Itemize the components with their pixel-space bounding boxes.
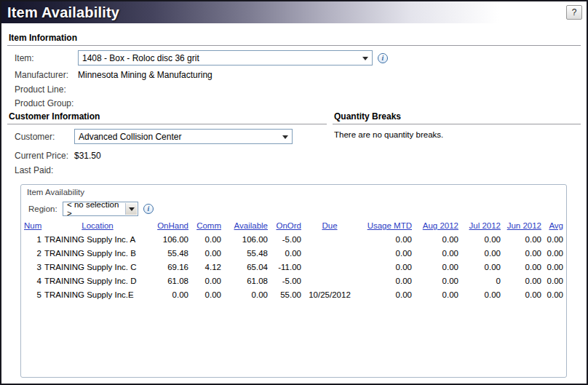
customer-information-column: Customer Information Customer: Advanced … bbox=[1, 111, 327, 176]
availability-table: NumLocationOnHandCommAvailableOnOrdDueUs… bbox=[23, 219, 565, 301]
cell-onord: 0.00 bbox=[269, 246, 303, 260]
cell-usage-mtd: 0.00 bbox=[357, 232, 413, 246]
cell-due bbox=[303, 260, 357, 274]
col-header-usage-mtd[interactable]: Usage MTD bbox=[357, 219, 413, 232]
cell-num: 4 bbox=[23, 274, 43, 287]
customer-dropdown-value: Advanced Collision Center bbox=[79, 132, 181, 142]
item-information-title: Item Information bbox=[9, 33, 77, 43]
region-label: Region: bbox=[28, 205, 63, 213]
item-information-header: Item Information bbox=[7, 33, 581, 46]
col-header-onhand[interactable]: OnHand bbox=[152, 219, 190, 232]
cell-due bbox=[303, 274, 357, 287]
cell-onhand: 106.00 bbox=[152, 232, 190, 246]
col-header-jul-2012[interactable]: Jul 2012 bbox=[460, 219, 502, 232]
region-row: Region: < no selection > bbox=[28, 202, 566, 216]
item-row: Item: 1408 - Box - Roloc disc 36 grit bbox=[15, 50, 587, 66]
last-paid-row: Last Paid: bbox=[15, 164, 327, 176]
product-line-label: Product Line: bbox=[15, 84, 78, 95]
product-group-row: Product Group: bbox=[15, 98, 587, 109]
cell-comm: 0.00 bbox=[190, 232, 223, 246]
cell-num: 5 bbox=[23, 287, 43, 301]
cell-available: 0.00 bbox=[223, 287, 269, 301]
product-group-label: Product Group: bbox=[15, 98, 78, 108]
quantity-breaks-message: There are no quantity breaks. bbox=[334, 130, 587, 139]
cell-location: TRAINING Supply Inc. C bbox=[43, 260, 152, 274]
cell-location: TRAINING Supply Inc. B bbox=[43, 246, 152, 260]
chevron-down-icon bbox=[129, 207, 135, 211]
cell-available: 65.04 bbox=[223, 260, 269, 274]
cell-aug-2012: 0.00 bbox=[413, 246, 460, 260]
cell-aug-2012: 0.00 bbox=[413, 260, 460, 274]
cell-location: TRAINING Supply Inc. D bbox=[43, 274, 152, 287]
manufacturer-value: Minnesota Mining & Manufacturing bbox=[78, 70, 212, 80]
cell-location: TRAINING Supply Inc. A bbox=[43, 232, 152, 246]
cell-jul-2012: 0 bbox=[460, 274, 502, 287]
cell-jun-2012: 0.00 bbox=[502, 274, 543, 287]
cell-comm: 0.00 bbox=[190, 287, 223, 301]
col-header-comm[interactable]: Comm bbox=[190, 219, 223, 232]
current-price-label: Current Price: bbox=[15, 151, 74, 161]
cell-aug-2012: 0.00 bbox=[413, 287, 460, 301]
item-label: Item: bbox=[15, 53, 78, 63]
last-paid-label: Last Paid: bbox=[15, 165, 74, 175]
col-header-num[interactable]: Num bbox=[23, 219, 43, 232]
col-header-available[interactable]: Available bbox=[223, 219, 269, 232]
cell-available: 55.48 bbox=[223, 246, 269, 260]
region-info-icon[interactable] bbox=[143, 204, 154, 214]
item-availability-window: Item Availability ? Item Information Ite… bbox=[0, 0, 588, 385]
cell-jun-2012: 0.00 bbox=[502, 287, 543, 301]
customer-dropdown[interactable]: Advanced Collision Center bbox=[74, 129, 293, 144]
cell-comm: 0.00 bbox=[190, 274, 223, 287]
table-row: 4TRAINING Supply Inc. D61.080.0061.08-5.… bbox=[23, 274, 565, 287]
manufacturer-row: Manufacturer: Minnesota Mining & Manufac… bbox=[15, 69, 587, 81]
cell-aug-2012: 0.00 bbox=[413, 232, 460, 246]
cell-due bbox=[303, 232, 357, 246]
product-line-row: Product Line: bbox=[15, 84, 587, 95]
cell-comm: 0.00 bbox=[190, 246, 223, 260]
help-button[interactable]: ? bbox=[566, 5, 582, 20]
cell-due bbox=[303, 246, 357, 260]
item-dropdown-value: 1408 - Box - Roloc disc 36 grit bbox=[82, 53, 199, 63]
col-header-aug-2012[interactable]: Aug 2012 bbox=[413, 219, 460, 232]
item-info-icon[interactable] bbox=[378, 53, 388, 63]
cell-due: 10/25/2012 bbox=[303, 287, 357, 301]
customer-row: Customer: Advanced Collision Center bbox=[15, 129, 327, 144]
col-header-avg[interactable]: Avg bbox=[543, 219, 565, 232]
quantity-breaks-column: Quantity Breaks There are no quantity br… bbox=[327, 111, 587, 176]
chevron-down-icon bbox=[282, 135, 288, 139]
cell-num: 1 bbox=[23, 232, 43, 246]
quantity-breaks-title: Quantity Breaks bbox=[334, 111, 401, 122]
customer-information-title: Customer Information bbox=[9, 111, 100, 122]
region-dropdown[interactable]: < no selection > bbox=[63, 202, 138, 216]
table-header-row: NumLocationOnHandCommAvailableOnOrdDueUs… bbox=[23, 219, 565, 232]
cell-onord: -5.00 bbox=[269, 274, 303, 287]
quantity-breaks-header: Quantity Breaks bbox=[333, 111, 581, 124]
dropdown-button[interactable] bbox=[125, 203, 137, 215]
cell-onhand: 0.00 bbox=[152, 287, 190, 301]
table-row: 3TRAINING Supply Inc. C69.164.1265.04-11… bbox=[23, 260, 565, 274]
region-dropdown-value: < no selection > bbox=[67, 200, 123, 218]
cell-avg: 0.00 bbox=[543, 287, 565, 301]
cell-aug-2012: 0.00 bbox=[413, 274, 460, 287]
cell-avg: 0.00 bbox=[543, 260, 565, 274]
customer-label: Customer: bbox=[15, 132, 74, 142]
cell-usage-mtd: 0.00 bbox=[357, 274, 413, 287]
cell-usage-mtd: 0.00 bbox=[357, 260, 413, 274]
cell-available: 61.08 bbox=[223, 274, 269, 287]
item-dropdown[interactable]: 1408 - Box - Roloc disc 36 grit bbox=[78, 50, 373, 66]
item-availability-group: Item Availability Region: < no selection… bbox=[20, 184, 567, 378]
cell-onord: 55.00 bbox=[269, 287, 303, 301]
cell-jul-2012: 0.00 bbox=[460, 232, 502, 246]
col-header-due[interactable]: Due bbox=[303, 219, 357, 232]
customer-information-header: Customer Information bbox=[7, 111, 327, 124]
cell-usage-mtd: 0.00 bbox=[357, 287, 413, 301]
table-row: 2TRAINING Supply Inc. B55.480.0055.480.0… bbox=[23, 246, 565, 260]
cell-onord: -5.00 bbox=[269, 232, 303, 246]
col-header-location[interactable]: Location bbox=[43, 219, 152, 232]
table-row: 1TRAINING Supply Inc. A106.000.00106.00-… bbox=[23, 232, 565, 246]
cell-num: 3 bbox=[23, 260, 43, 274]
cell-jul-2012: 0.00 bbox=[460, 287, 502, 301]
window-title: Item Availability bbox=[7, 4, 119, 21]
col-header-onord[interactable]: OnOrd bbox=[269, 219, 303, 232]
col-header-jun-2012[interactable]: Jun 2012 bbox=[502, 219, 543, 232]
